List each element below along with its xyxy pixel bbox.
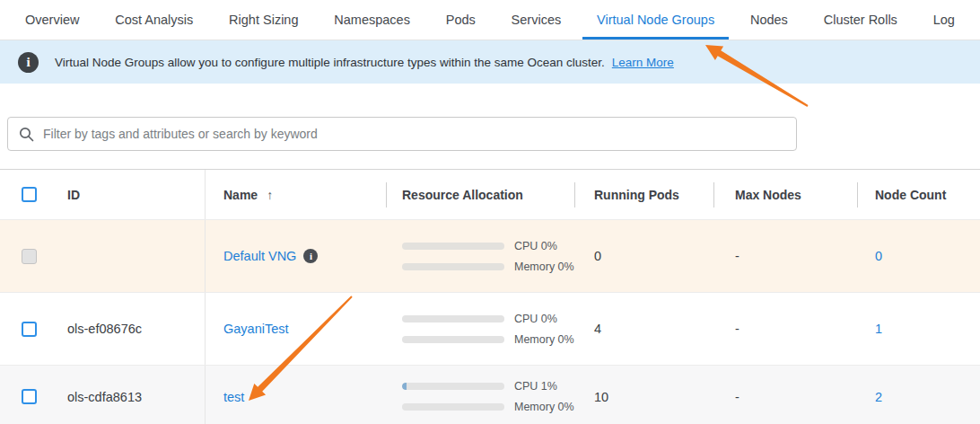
cpu-label: CPU 0% xyxy=(514,240,557,252)
cpu-label: CPU 0% xyxy=(514,313,557,325)
header-max-nodes[interactable]: Max Nodes xyxy=(713,170,857,219)
search-input[interactable] xyxy=(43,127,785,141)
cpu-bar xyxy=(402,243,504,250)
cpu-bar-fill xyxy=(402,383,407,390)
row-checkbox[interactable] xyxy=(22,249,37,264)
resource-allocation: CPU 1% Memory 0% xyxy=(402,380,574,413)
tab-right-sizing[interactable]: Right Sizing xyxy=(229,0,298,40)
tab-label: Log xyxy=(933,13,955,27)
memory-label: Memory 0% xyxy=(514,261,574,273)
tab-label: Right Sizing xyxy=(229,13,298,27)
search-box[interactable] xyxy=(7,117,797,151)
header-name-label: Name xyxy=(223,188,258,202)
tab-bar: Overview Cost Analysis Right Sizing Name… xyxy=(0,0,980,40)
info-icon[interactable]: i xyxy=(303,249,318,263)
cpu-bar xyxy=(402,315,504,322)
header-running-pods[interactable]: Running Pods xyxy=(574,170,713,219)
row-checkbox[interactable] xyxy=(22,389,37,404)
table-header: ID Name ↑ Resource Allocation Running Po… xyxy=(0,170,980,219)
row-running-pods: 4 xyxy=(594,322,601,336)
cpu-bar xyxy=(402,383,504,390)
info-icon: i xyxy=(18,52,39,73)
header-name[interactable]: Name ↑ xyxy=(205,170,386,219)
row-node-count-link[interactable]: 2 xyxy=(875,390,882,404)
table-row[interactable]: Default VNG i CPU 0% Memory 0% xyxy=(0,219,980,292)
tab-cluster-rolls[interactable]: Cluster Rolls xyxy=(824,0,897,40)
tab-overview[interactable]: Overview xyxy=(25,0,79,40)
tab-label: Cluster Rolls xyxy=(824,13,897,27)
table-body: Default VNG i CPU 0% Memory 0% xyxy=(0,219,980,424)
tab-cost-analysis[interactable]: Cost Analysis xyxy=(115,0,193,40)
search-section xyxy=(0,84,980,169)
row-checkbox-cell xyxy=(0,293,54,365)
header-node-count[interactable]: Node Count xyxy=(857,170,980,219)
row-max-nodes: - xyxy=(735,249,739,263)
learn-more-link[interactable]: Learn More xyxy=(612,56,674,69)
tab-label: Pods xyxy=(446,13,476,27)
row-id: ols-ef08676c xyxy=(67,322,142,336)
resource-allocation: CPU 0% Memory 0% xyxy=(402,313,574,346)
table-row[interactable]: ols-ef08676c GayaniTest i CPU 0% Memory … xyxy=(0,292,980,365)
search-icon xyxy=(19,127,34,142)
sort-ascending-icon[interactable]: ↑ xyxy=(267,188,273,202)
row-checkbox-cell xyxy=(0,220,54,292)
memory-bar xyxy=(402,403,504,411)
row-node-count-link[interactable]: 0 xyxy=(875,249,882,263)
header-id[interactable]: ID xyxy=(54,170,205,219)
memory-label: Memory 0% xyxy=(514,333,574,346)
memory-bar xyxy=(402,336,504,343)
row-name-link-test[interactable]: test xyxy=(223,390,244,404)
vng-table: ID Name ↑ Resource Allocation Running Po… xyxy=(0,169,980,424)
tab-log[interactable]: Log xyxy=(933,0,955,40)
tab-label: Nodes xyxy=(750,13,788,27)
row-name-link-default-vng[interactable]: Default VNG xyxy=(223,249,296,263)
row-max-nodes: - xyxy=(735,322,739,336)
row-running-pods: 0 xyxy=(594,249,601,263)
tab-virtual-node-groups[interactable]: Virtual Node Groups xyxy=(597,0,714,40)
header-resource-allocation[interactable]: Resource Allocation xyxy=(386,170,574,219)
table-row[interactable]: ols-cdfa8613 test i CPU 1% Memory 0% xyxy=(0,365,980,424)
tab-label: Virtual Node Groups xyxy=(597,13,714,27)
row-max-nodes: - xyxy=(735,390,739,404)
tab-services[interactable]: Services xyxy=(512,0,562,40)
header-checkbox-cell xyxy=(0,170,54,219)
tab-namespaces[interactable]: Namespaces xyxy=(334,0,410,40)
tab-pods[interactable]: Pods xyxy=(446,0,476,40)
row-id: ols-cdfa8613 xyxy=(67,390,142,404)
tab-label: Services xyxy=(512,13,562,27)
cpu-label: CPU 1% xyxy=(514,380,557,393)
memory-bar xyxy=(402,263,504,270)
row-checkbox[interactable] xyxy=(22,322,37,337)
tab-label: Overview xyxy=(25,13,79,27)
select-all-checkbox[interactable] xyxy=(22,187,37,202)
row-running-pods: 10 xyxy=(594,390,608,404)
row-name-link-gayanitest[interactable]: GayaniTest xyxy=(223,322,289,336)
info-banner: i Virtual Node Groups allow you to confi… xyxy=(0,40,980,84)
banner-text: Virtual Node Groups allow you to configu… xyxy=(55,56,605,69)
resource-allocation: CPU 0% Memory 0% xyxy=(402,240,574,273)
memory-label: Memory 0% xyxy=(514,401,574,413)
row-checkbox-cell xyxy=(0,366,54,424)
tab-nodes[interactable]: Nodes xyxy=(750,0,788,40)
row-node-count-link[interactable]: 1 xyxy=(875,322,882,336)
tab-label: Cost Analysis xyxy=(115,13,193,27)
tab-label: Namespaces xyxy=(334,13,410,27)
